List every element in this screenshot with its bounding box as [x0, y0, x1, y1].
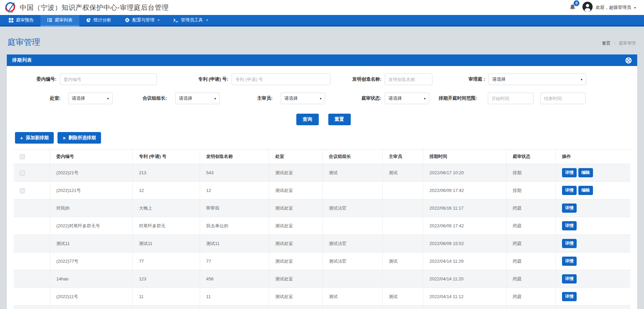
detail-button[interactable]: 详情 — [562, 239, 577, 248]
chevron-down-icon: ▾ — [424, 97, 426, 100]
table-cell: 2022/06/09 15:52 — [423, 235, 507, 253]
delete-selected-button[interactable]: × 删除所选排期 — [57, 132, 101, 144]
table-cell: 11 — [133, 288, 200, 306]
delete-selected-label: 删除所选排期 — [68, 135, 96, 141]
table-cell: 测试处室 — [269, 288, 323, 306]
row-checkbox[interactable] — [20, 188, 25, 193]
table-cell: 11 — [200, 288, 269, 306]
nav-item-4[interactable]: 配置与管理▾ — [118, 15, 166, 25]
breadcrumb: 首页 / 庭审管理 — [602, 40, 636, 48]
table-cell: (2022)77号 — [50, 253, 133, 270]
court-select[interactable]: 请选择 ▾ — [489, 74, 586, 85]
office-select[interactable]: 请选择 ▾ — [68, 93, 113, 104]
presiding-label: 合议组组长: — [113, 95, 167, 101]
row-actions-cell: 详情 — [556, 288, 630, 306]
presiding-select[interactable]: 请选择 ▾ — [175, 93, 220, 104]
status-label: 庭审状态: — [325, 95, 381, 101]
avatar — [582, 2, 593, 13]
table-cell: 123 — [133, 270, 200, 288]
detail-button[interactable]: 详情 — [562, 204, 577, 213]
table-cell: (2022)21号 — [50, 164, 133, 182]
table-cell: 闭庭 — [507, 270, 556, 288]
row-checkbox-cell — [14, 288, 50, 306]
detail-button[interactable]: 详情 — [562, 274, 577, 283]
daterange-label: 排期开庭时间范围: — [429, 95, 477, 101]
table-cell: 测试处室 — [269, 217, 323, 235]
end-time-input[interactable] — [540, 93, 586, 104]
table-cell: 11 — [133, 306, 200, 309]
add-schedule-button[interactable]: + 添加新排期 — [15, 132, 54, 144]
table-cell: 闭庭 — [507, 288, 556, 306]
row-actions-cell: 详情 — [556, 199, 630, 217]
nav-item-label: 庭审列表 — [55, 17, 72, 23]
row-checkbox-cell — [14, 199, 50, 217]
table-cell: 对尾纤多群无 — [133, 217, 200, 235]
table-row: (2022)77号7777测试处室测试法官测试2022/04/14 11:29闭… — [14, 253, 630, 270]
table-cell: 闭庭 — [507, 217, 556, 235]
page-header: 庭审管理 首页 / 庭审管理 — [0, 27, 644, 54]
table-cell: (2022)11号 — [50, 306, 133, 309]
app-title: 中国（宁波）知识产权保护中心-审理庭后台管理 — [20, 3, 169, 12]
select-all-checkbox[interactable] — [20, 154, 25, 159]
table-cell — [323, 270, 382, 288]
collapse-icon[interactable] — [625, 57, 632, 64]
weinei-input[interactable] — [60, 74, 157, 85]
start-time-input[interactable] — [488, 93, 533, 104]
table-cell: 456 — [200, 270, 269, 288]
filter-form: 委内编号: 专利 (申请) 号: 发明创造名称: 审理庭 : 请选择 ▾ — [7, 66, 637, 131]
reset-button[interactable]: 重置 — [328, 114, 351, 125]
table-cell: 对我的 — [50, 199, 133, 217]
panel-header: 排期列表 — [7, 54, 637, 66]
edit-button[interactable]: 编辑 — [578, 186, 593, 195]
welcome-text: 欢迎，超级管理员 — [596, 4, 631, 11]
nav-item-label: 配置与管理 — [132, 17, 154, 23]
patent-label: 专利 (申请) 号: — [172, 76, 228, 82]
nav-item-3[interactable]: 统计分析 — [79, 15, 118, 25]
edit-button[interactable]: 编辑 — [578, 168, 593, 177]
row-checkbox[interactable] — [20, 170, 25, 176]
table-cell: 测试处室 — [269, 199, 323, 217]
table-cell: 测试处室 — [269, 182, 323, 199]
nav-item-5[interactable]: 管理员工具▾ — [166, 15, 215, 25]
table-cell: 我去单位的 — [200, 217, 269, 235]
table-cell — [382, 270, 423, 288]
nav-item-1[interactable]: 庭审预告 — [2, 15, 40, 25]
breadcrumb-current: 庭审管理 — [619, 41, 636, 46]
table-cell: 2022/04/14 11:12 — [423, 288, 507, 306]
detail-button[interactable]: 详情 — [562, 168, 577, 177]
bell-icon — [569, 6, 576, 12]
column-header: 处室 — [269, 149, 323, 164]
table-cell: 闭庭 — [507, 199, 556, 217]
detail-button[interactable]: 详情 — [562, 221, 577, 230]
nav-item-label: 统计分析 — [94, 17, 111, 23]
notification-badge: 0 — [574, 0, 579, 6]
detail-button[interactable]: 详情 — [562, 292, 577, 301]
judge-select[interactable]: 请选择 ▾ — [281, 93, 325, 104]
table-cell: 2022/04/14 11:09 — [423, 306, 507, 309]
court-select-value: 请选择 — [492, 76, 506, 82]
table-row: (2022)21号213543测试处室测试测试2022/06/17 10:20排… — [14, 164, 630, 182]
table-row: 对我的大晚上带带我测试处室测试法官2022/06/16 11:17闭庭详情 — [14, 199, 630, 217]
row-checkbox-cell — [14, 253, 50, 270]
table-cell: 测试 — [323, 288, 382, 306]
notifications-button[interactable]: 0 — [569, 3, 576, 12]
invention-input[interactable] — [385, 74, 432, 85]
office-label: 处室: — [10, 95, 61, 101]
row-actions-cell: 详情编辑 — [556, 164, 630, 182]
breadcrumb-home[interactable]: 首页 — [602, 41, 611, 46]
table-cell: 测试处室 — [269, 270, 323, 288]
nav-item-label: 管理员工具 — [181, 17, 203, 23]
breadcrumb-separator: / — [614, 41, 615, 46]
list-icon — [47, 18, 52, 22]
status-select[interactable]: 请选择 ▾ — [385, 93, 429, 104]
patent-input[interactable] — [232, 74, 330, 85]
detail-button[interactable]: 详情 — [562, 186, 577, 195]
nav-item-2[interactable]: 庭审列表 — [40, 15, 79, 25]
status-select-value: 请选择 — [389, 95, 402, 101]
table-cell — [382, 217, 423, 235]
table-cell: 测试处室 — [269, 306, 323, 309]
table-cell: 2022/06/09 17:42 — [423, 182, 507, 199]
detail-button[interactable]: 详情 — [562, 257, 577, 266]
user-menu[interactable]: 欢迎，超级管理员 ▾ — [582, 2, 636, 13]
search-button[interactable]: 查询 — [296, 114, 319, 125]
